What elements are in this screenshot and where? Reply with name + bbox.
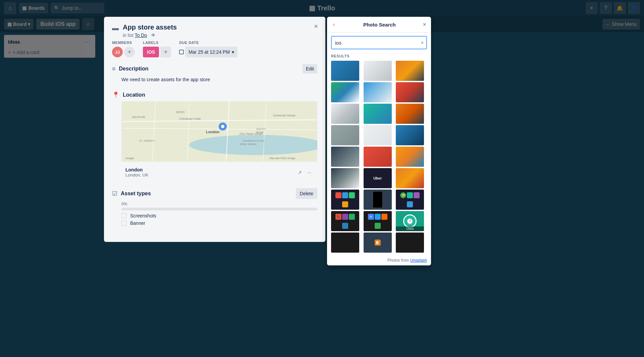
checklist-section: ☑ Asset types Delete 0% Screenshots — [112, 188, 317, 226]
photo-thumb-16[interactable] — [331, 168, 359, 188]
photo-thumb-9[interactable] — [396, 104, 424, 124]
map-svg: MAYFAIR SOHO Chinatown Gate Somerset Hou… — [121, 101, 317, 162]
card-modal: ▬ App store assets in list To Do 👁 × MEM… — [104, 17, 325, 242]
photo-panel-back-button[interactable]: ‹ — [332, 20, 336, 29]
description-title: Description — [119, 66, 299, 72]
photo-thumb-23[interactable]: G — [364, 211, 392, 231]
description-header: ≡ Description Edit — [112, 64, 317, 73]
photo-thumb-13[interactable] — [331, 147, 359, 167]
modal-header-content: App store assets in list To Do 👁 — [123, 23, 177, 38]
ios-label-badge[interactable]: iOS — [143, 47, 159, 57]
photo-thumb-19[interactable] — [331, 190, 359, 210]
due-date-content: Mar 25 at 12:24 PM ▾ — [179, 47, 237, 57]
photo-panel-title: Photo Search — [363, 22, 396, 28]
clock-label: Clock — [396, 226, 424, 231]
description-section: ≡ Description Edit We need to create ass… — [112, 64, 317, 83]
photo-thumb-5[interactable] — [364, 82, 392, 102]
photo-footer: Photos from Unsplash — [327, 255, 431, 265]
photo-thumb-15[interactable] — [396, 147, 424, 167]
banner-checkbox[interactable] — [121, 220, 127, 226]
svg-text:Winter Market: Winter Market — [239, 143, 257, 146]
location-icon: 📍 — [112, 91, 119, 99]
svg-text:Map data ©2021 Google: Map data ©2021 Google — [270, 157, 295, 160]
svg-text:SOHO: SOHO — [176, 110, 185, 114]
screenshots-checkbox[interactable] — [121, 213, 127, 218]
photo-thumb-extra-1[interactable] — [331, 233, 359, 253]
photo-panel-close-button[interactable]: × — [423, 21, 426, 28]
svg-point-20 — [221, 125, 224, 128]
members-label: MEMBERS — [112, 41, 135, 45]
photo-thumb-18[interactable] — [396, 168, 424, 188]
location-sub: London, UK — [125, 172, 149, 177]
modal-body: MEMBERS JJ + LABELS iOS + — [104, 41, 325, 234]
label-add-button[interactable]: + — [160, 47, 171, 57]
photo-thumb-22[interactable]: 📞 — [331, 211, 359, 231]
photo-thumb-extra-2[interactable]: 📝 — [364, 233, 392, 253]
svg-text:Google: Google — [125, 157, 134, 160]
photo-thumb-11[interactable] — [364, 125, 392, 145]
due-date-group: DUE DATE Mar 25 at 12:24 PM ▾ — [179, 41, 237, 57]
photo-grid: Uber 😊 📞 G — [327, 61, 431, 255]
photo-thumb-10[interactable] — [331, 125, 359, 145]
photo-thumb-clock[interactable]: 🕐 Clock — [396, 211, 424, 231]
location-actions: ↗ ··· — [296, 168, 313, 176]
photo-thumb-7[interactable] — [331, 104, 359, 124]
due-date-chevron: ▾ — [232, 49, 234, 55]
description-icon: ≡ — [112, 65, 116, 72]
photo-search-input-wrap: × — [331, 36, 427, 49]
modal-main: MEMBERS JJ + LABELS iOS + — [112, 41, 317, 234]
due-date-checkbox[interactable] — [179, 50, 184, 54]
unsplash-link[interactable]: Unsplash — [410, 258, 427, 263]
members-group: MEMBERS JJ + — [112, 41, 135, 57]
photo-search-clear-button[interactable]: × — [421, 40, 424, 45]
photo-thumb-8[interactable] — [364, 104, 392, 124]
photo-panel-header: ‹ Photo Search × — [327, 17, 431, 33]
photo-search-input[interactable] — [332, 37, 426, 49]
photo-thumb-17[interactable]: Uber — [364, 168, 392, 188]
location-external-button[interactable]: ↗ — [296, 168, 304, 176]
svg-text:BANK: BANK — [256, 131, 264, 134]
svg-text:MAYFAIR: MAYFAIR — [132, 115, 145, 119]
photo-thumb-4[interactable] — [331, 82, 359, 102]
checklist-icon: ☑ — [112, 190, 117, 197]
photo-thumb-2[interactable] — [364, 61, 392, 81]
location-header: 📍 Location — [112, 91, 317, 99]
member-add-button[interactable]: + — [124, 47, 135, 57]
due-date-value: Mar 25 at 12:24 PM — [189, 49, 230, 55]
svg-text:ST. JAMES'S: ST. JAMES'S — [139, 139, 155, 142]
screenshots-label: Screenshots — [130, 213, 156, 218]
description-text: We need to create assets for the app sto… — [112, 76, 317, 83]
photo-thumb-3[interactable] — [396, 61, 424, 81]
checklist-delete-button[interactable]: Delete — [296, 188, 317, 199]
checklist-item-banner: Banner — [121, 220, 317, 226]
location-section: 📍 Location — [112, 91, 317, 180]
photo-thumb-21[interactable]: 😊 — [396, 190, 424, 210]
description-edit-button[interactable]: Edit — [303, 64, 317, 73]
checklist-progress-wrap: 0% — [121, 202, 317, 210]
location-map: MAYFAIR SOHO Chinatown Gate Somerset Hou… — [121, 101, 317, 162]
card-modal-title: App store assets — [123, 23, 177, 31]
card-list-ref: in list To Do 👁 — [123, 33, 177, 38]
svg-text:Chinatown Gate: Chinatown Gate — [179, 117, 201, 120]
list-ref-link[interactable]: To Do — [135, 33, 147, 38]
modal-backdrop[interactable]: ▬ App store assets in list To Do 👁 × MEM… — [0, 0, 644, 357]
photo-thumb-14[interactable] — [364, 147, 392, 167]
location-text: London London, UK — [125, 167, 149, 177]
photo-thumb-extra-3[interactable] — [396, 233, 424, 253]
svg-text:Somerset House: Somerset House — [273, 114, 296, 117]
location-title: Location — [123, 92, 317, 98]
svg-text:London: London — [206, 130, 220, 134]
due-date-button[interactable]: Mar 25 at 12:24 PM ▾ — [185, 47, 237, 57]
location-more-button[interactable]: ··· — [305, 168, 313, 176]
labels-label: LABELS — [143, 41, 171, 45]
photo-thumb-12[interactable] — [396, 125, 424, 145]
modal-header: ▬ App store assets in list To Do 👁 — [104, 17, 325, 41]
card-modal-close[interactable]: × — [311, 21, 321, 32]
photo-thumb-20[interactable] — [364, 190, 392, 210]
photo-thumb-1[interactable] — [331, 61, 359, 81]
photo-results-label: RESULTS — [327, 53, 431, 61]
member-avatar: JJ — [112, 47, 123, 57]
photo-thumb-6[interactable] — [396, 82, 424, 102]
checklist-header: ☑ Asset types Delete — [112, 188, 317, 199]
progress-bar-bg — [121, 208, 317, 210]
